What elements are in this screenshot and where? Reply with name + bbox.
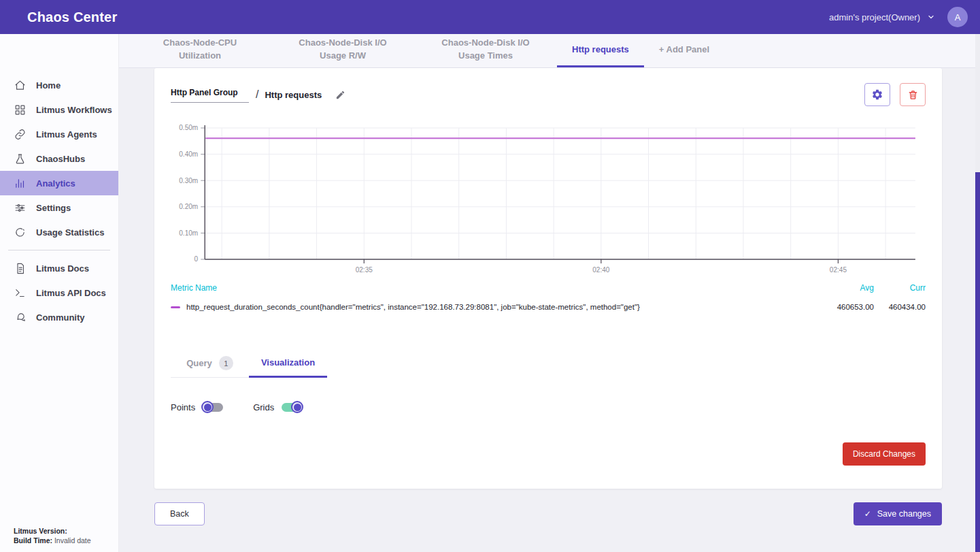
sidebar-item-label: Home — [36, 80, 61, 91]
add-panel-button[interactable]: + Add Panel — [644, 34, 724, 67]
scrollbar-track[interactable] — [975, 34, 980, 552]
panel-editor-header: / Http requests — [171, 83, 926, 106]
flask-icon — [14, 153, 26, 165]
sidebar: Home Litmus Workflows Litmus Agents Chao… — [0, 34, 119, 552]
terminal-icon — [14, 287, 26, 299]
analytics-icon — [14, 178, 26, 189]
sidebar-item-analytics[interactable]: Analytics — [0, 171, 118, 195]
litmus-version-label: Litmus Version: — [14, 527, 67, 535]
sidebar-divider — [8, 250, 110, 250]
svg-text:0.50m: 0.50m — [179, 125, 198, 132]
grids-toggle-label: Grids — [253, 402, 274, 412]
sidebar-item-label: Litmus Docs — [36, 263, 89, 274]
svg-text:02:40: 02:40 — [592, 266, 610, 274]
sidebar-item-home[interactable]: Home — [0, 73, 118, 97]
svg-text:0.30m: 0.30m — [179, 177, 198, 184]
pencil-icon — [335, 90, 345, 100]
tab-query-label: Query — [186, 358, 212, 368]
document-icon — [14, 263, 26, 274]
legend-avg-header: Avg — [826, 283, 874, 293]
series-avg-value: 460653.00 — [826, 303, 874, 311]
home-icon — [14, 80, 26, 91]
legend-curr-header: Curr — [874, 283, 926, 293]
legend-row: http_request_duration_seconds_count{hand… — [171, 303, 926, 311]
svg-text:0.10m: 0.10m — [179, 229, 198, 237]
save-changes-label: Save changes — [877, 509, 931, 519]
svg-text:0.40m: 0.40m — [179, 150, 198, 158]
check-icon: ✓ — [864, 509, 871, 519]
sidebar-item-community[interactable]: Community — [0, 305, 118, 329]
panel-tab-disk-io-times[interactable]: Chaos-Node-Disk I/O Usage Times — [414, 34, 557, 67]
metric-chart: 00.10m0.20m0.30m0.40m0.50m02:3502:4002:4… — [171, 121, 926, 276]
points-toggle[interactable] — [203, 403, 223, 412]
panel-tab-disk-io-rw[interactable]: Chaos-Node-Disk I/O Usage R/W — [271, 34, 414, 67]
sidebar-item-label: Litmus Workflows — [36, 105, 112, 115]
chart-legend: Metric Name Avg Curr http_request_durati… — [171, 283, 926, 311]
tab-visualization-label: Visualization — [261, 357, 315, 368]
gear-icon — [871, 88, 883, 101]
sliders-icon — [14, 202, 26, 214]
breadcrumb-separator: / — [256, 88, 258, 101]
project-selector[interactable]: admin's project(Owner) — [829, 12, 935, 22]
bottom-bar: Back ✓ Save changes — [119, 489, 980, 525]
discard-changes-button[interactable]: Discard Changes — [843, 442, 926, 466]
grids-toggle[interactable] — [282, 403, 302, 412]
chevron-down-icon — [927, 13, 935, 21]
main-content: Chaos-Node-CPU Utilization Chaos-Node-Di… — [119, 34, 980, 552]
sidebar-item-litmus-api-docs[interactable]: Litmus API Docs — [0, 280, 118, 305]
sidebar-item-litmus-workflows[interactable]: Litmus Workflows — [0, 97, 118, 122]
panel-tabbar: Chaos-Node-CPU Utilization Chaos-Node-Di… — [119, 34, 980, 68]
toggle-knob — [201, 401, 214, 413]
sidebar-item-label: Analytics — [36, 178, 75, 189]
sidebar-item-chaoshubs[interactable]: ChaosHubs — [0, 146, 118, 171]
sidebar-item-label: Usage Statistics — [36, 227, 104, 238]
sidebar-item-label: Litmus API Docs — [36, 288, 106, 298]
sidebar-item-settings[interactable]: Settings — [0, 195, 118, 220]
sidebar-item-label: Settings — [36, 203, 71, 213]
build-time-label: Build Time: — [14, 536, 52, 545]
visualization-toggles: Points Grids — [171, 402, 926, 412]
panel-settings-button[interactable] — [864, 83, 890, 106]
top-header: Chaos Center admin's project(Owner) A — [0, 0, 980, 34]
panel-tab-cpu-utilization[interactable]: Chaos-Node-CPU Utilization — [129, 34, 271, 67]
link-icon — [14, 129, 26, 140]
points-toggle-label: Points — [171, 402, 195, 412]
app-title: Chaos Center — [27, 10, 117, 25]
avatar-initial: A — [955, 12, 961, 22]
scrollbar-thumb[interactable] — [975, 172, 980, 552]
sidebar-item-label: ChaosHubs — [36, 154, 85, 164]
chat-icon — [14, 312, 26, 323]
sidebar-item-litmus-agents[interactable]: Litmus Agents — [0, 122, 118, 146]
build-time-value: Invalid date — [52, 536, 91, 545]
sidebar-item-label: Litmus Agents — [36, 129, 97, 140]
svg-text:0.20m: 0.20m — [179, 203, 198, 210]
tab-visualization[interactable]: Visualization — [249, 349, 327, 378]
panel-name-label: Http requests — [265, 90, 322, 100]
panel-tab-http-requests[interactable]: Http requests — [557, 34, 644, 67]
series-color-dash — [171, 306, 180, 308]
metric-chart-container: 00.10m0.20m0.30m0.40m0.50m02:3502:4002:4… — [171, 121, 926, 276]
sidebar-footer: Litmus Version: Build Time: Invalid date — [14, 526, 91, 545]
save-changes-button[interactable]: ✓ Save changes — [854, 502, 942, 525]
usage-icon — [14, 227, 26, 238]
series-curr-value: 460434.00 — [874, 303, 926, 311]
tab-query[interactable]: Query 1 — [171, 349, 249, 378]
sidebar-item-litmus-docs[interactable]: Litmus Docs — [0, 256, 118, 280]
svg-text:02:35: 02:35 — [356, 266, 373, 274]
trash-icon — [907, 89, 919, 101]
workflows-icon — [14, 104, 26, 116]
project-selector-label: admin's project(Owner) — [829, 12, 920, 22]
panel-editor-card: / Http requests 00.10m0.20m0.30m0.40m0.5… — [154, 68, 942, 489]
sidebar-item-usage-statistics[interactable]: Usage Statistics — [0, 220, 118, 244]
svg-text:02:45: 02:45 — [830, 266, 847, 274]
editor-subtabs: Query 1 Visualization — [171, 349, 926, 378]
legend-metric-name-header: Metric Name — [171, 283, 217, 293]
avatar[interactable]: A — [947, 7, 968, 27]
toggle-knob — [291, 401, 303, 413]
query-count-badge: 1 — [219, 356, 233, 370]
delete-panel-button[interactable] — [900, 83, 926, 106]
panel-group-name-input[interactable] — [171, 86, 249, 103]
back-button[interactable]: Back — [154, 502, 205, 525]
sidebar-item-label: Community — [36, 312, 85, 323]
edit-panel-name-button[interactable] — [335, 90, 345, 100]
